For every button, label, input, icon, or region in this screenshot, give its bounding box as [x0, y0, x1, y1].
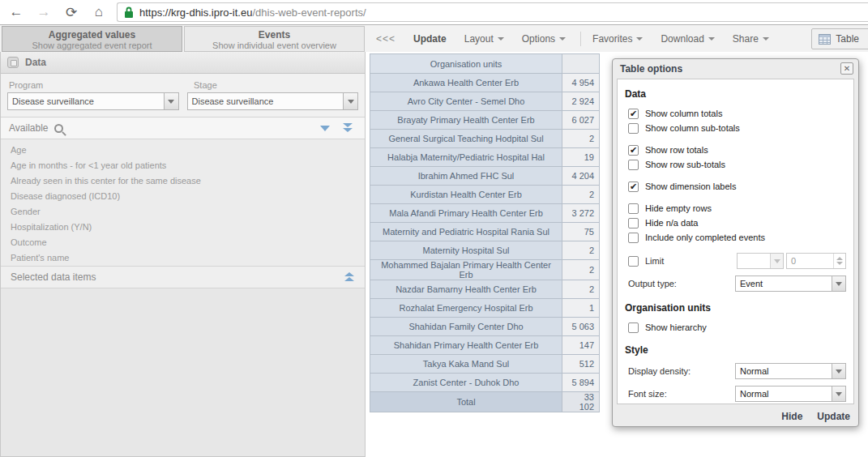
checkbox-row[interactable]: Include only completed events [628, 230, 846, 245]
table-row: Ankawa Health Center Erb4 954 [370, 74, 600, 92]
value-cell: 2 [562, 280, 600, 299]
tab-events[interactable]: Events Show individual event overview [184, 26, 365, 52]
accordion-header-data[interactable]: Data [1, 52, 365, 74]
output-type-label: Output type: [628, 279, 735, 288]
select-item-down-icon[interactable] [320, 126, 330, 131]
search-icon[interactable] [54, 124, 63, 133]
list-item[interactable]: Age in months - for <1 year old patients [1, 158, 365, 173]
checkbox-row[interactable]: Show row totals [628, 143, 846, 157]
list-item[interactable]: Already seen in this center for the same… [1, 173, 365, 189]
tab-title: Aggregated values [2, 29, 182, 41]
display-density-row: Display density: Normal [625, 362, 846, 380]
list-item[interactable]: Gender [1, 204, 365, 220]
checkbox-row[interactable]: Hide n/a data [628, 216, 846, 230]
layout-menu[interactable]: Layout [460, 30, 509, 48]
total-value-cell: 33 102 [562, 392, 600, 412]
list-item[interactable]: Outcome [1, 235, 365, 250]
checkbox-row[interactable]: Show dimension labels [628, 179, 846, 194]
tab-aggregated-values[interactable]: Aggregated values Show aggregated event … [2, 26, 182, 52]
limit-value-spinner[interactable]: 0 [786, 253, 846, 269]
checkbox-row[interactable]: Show row sub-totals [628, 157, 846, 172]
checkbox-show-column-subtotals[interactable] [628, 123, 639, 134]
checkbox-label: Show hierarchy [645, 322, 707, 332]
table-row: Maternity Hospital Sul2 [370, 241, 600, 260]
download-menu[interactable]: Download [656, 30, 719, 48]
chevron-down-icon[interactable] [343, 93, 357, 109]
limit-label: Limit [645, 256, 737, 266]
output-type-select[interactable]: Event [735, 275, 846, 292]
total-label-cell: Total [370, 392, 562, 412]
menu-label: Download [661, 33, 703, 45]
stage-select[interactable]: Disease surveillance [187, 92, 359, 110]
list-item[interactable]: Age [1, 143, 365, 158]
list-item[interactable]: Patient's name [1, 250, 365, 266]
list-item[interactable]: Disease diagnosed (ICD10) [1, 189, 365, 204]
value-cell: 4 954 [562, 74, 600, 92]
favorites-menu[interactable]: Favorites [588, 30, 648, 48]
browser-chrome: ← → ⟳ ⌂ https://krg-dhis.ipro-it.eu/dhis… [0, 0, 868, 25]
chevron-down-icon[interactable] [164, 93, 178, 109]
url-host: https://krg-dhis.ipro-it.eu [139, 6, 252, 19]
checkbox-row[interactable]: Show column sub-totals [628, 121, 846, 135]
program-stage-labels: Program Stage [1, 74, 365, 92]
dialog-footer: Hide Update [781, 411, 850, 422]
close-icon[interactable]: ✕ [840, 62, 853, 75]
checkbox-show-dimension-labels[interactable] [628, 182, 639, 192]
checkbox-limit[interactable] [628, 256, 639, 267]
value-cell: 75 [562, 223, 600, 241]
table-row: Shahidan Primary Health Center Erb147 [370, 336, 600, 355]
options-menu[interactable]: Options [517, 30, 571, 48]
checkbox-row[interactable]: Hide empty rows [628, 201, 846, 216]
checkbox-show-row-subtotals[interactable] [628, 160, 639, 170]
table-row: Ibrahim Ahmed FHC Sul4 204 [370, 167, 600, 186]
url-path: /dhis-web-event-reports/ [252, 6, 366, 19]
back-icon[interactable]: ← [5, 2, 28, 22]
chevron-down-icon [636, 37, 643, 41]
home-icon[interactable]: ⌂ [88, 2, 110, 22]
forward-icon[interactable]: → [32, 2, 55, 22]
table-view-button[interactable]: Table [811, 28, 868, 49]
value-cell: 5 063 [562, 318, 600, 336]
select-all-down-icon[interactable] [343, 123, 353, 133]
update-dialog-button[interactable]: Update [817, 411, 850, 422]
hide-button[interactable]: Hide [781, 411, 802, 422]
list-item[interactable]: Hospitalization (Y/N) [1, 220, 365, 235]
display-density-select[interactable]: Normal [735, 363, 846, 379]
share-menu[interactable]: Share [728, 30, 774, 48]
checkbox-show-hierarchy[interactable] [628, 322, 639, 333]
stage-value: Disease surveillance [188, 96, 344, 106]
limit-operator-select[interactable] [737, 253, 784, 269]
url-bar[interactable]: https://krg-dhis.ipro-it.eu/dhis-web-eve… [117, 2, 868, 22]
font-size-label: Font size: [628, 389, 735, 399]
tab-subtitle: Show aggregated event report [2, 41, 182, 50]
reload-icon[interactable]: ⟳ [60, 2, 83, 22]
collapse-panel-button[interactable]: <<< [371, 30, 400, 48]
checkbox-label: Hide empty rows [645, 203, 712, 213]
orgunit-cell: Maternity Hospital Sul [370, 241, 562, 260]
checkbox-show-row-totals[interactable] [628, 145, 639, 156]
spinner-arrows-icon[interactable] [833, 254, 845, 268]
checkbox-hide-na-data[interactable] [628, 218, 639, 228]
padlock-icon [124, 6, 134, 19]
program-value: Disease surveillance [8, 96, 164, 106]
orgunit-cell: General Surgical Teaching Hodpital Sul [370, 130, 562, 148]
table-row: Avro City Center - Semel Dho2 924 [370, 92, 600, 111]
deselect-all-up-icon[interactable] [344, 272, 355, 282]
checkbox-row[interactable]: Show column totals [628, 106, 846, 121]
checkbox-label: Include only completed events [645, 233, 765, 242]
program-select[interactable]: Disease surveillance [7, 92, 179, 110]
value-cell: 5 894 [562, 374, 600, 392]
value-cell: 2 [562, 260, 600, 280]
update-button[interactable]: Update [408, 30, 451, 48]
value-cell: 1 [562, 299, 600, 318]
checkbox-include-only-completed-events[interactable] [628, 233, 639, 243]
chevron-down-icon [832, 276, 845, 291]
font-size-select[interactable]: Normal [735, 386, 846, 402]
event-report-table: Organisation units Ankawa Health Center … [370, 53, 600, 412]
dialog-header[interactable]: Table options ✕ [613, 59, 858, 78]
value-cell: 512 [562, 355, 600, 374]
checkbox-hide-empty-rows[interactable] [628, 203, 639, 214]
checkbox-show-column-totals[interactable] [628, 109, 639, 119]
orgunit-cell: Brayaty Primary Health Center Erb [370, 111, 562, 130]
checkbox-row[interactable]: Show hierarchy [628, 320, 846, 335]
